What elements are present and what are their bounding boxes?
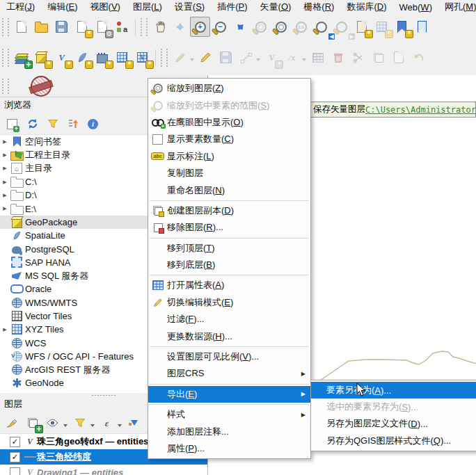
menu-item-show-labels[interactable]: abc显示标注(L)	[148, 148, 310, 165]
current-edits-dropdown-icon[interactable]	[190, 58, 194, 63]
filter-expression-dropdown-icon[interactable]	[118, 424, 122, 429]
delete-selected-icon[interactable]	[328, 47, 348, 67]
save-layer-edits-icon[interactable]	[216, 47, 236, 67]
pan-map-icon[interactable]	[150, 17, 170, 37]
data-source-manager-icon[interactable]: +	[11, 47, 31, 67]
new-print-layout-icon[interactable]: *	[72, 17, 92, 37]
add-selected-layers-icon[interactable]	[3, 115, 22, 133]
save-project-icon[interactable]	[51, 17, 72, 37]
new-spatial-bookmark-icon[interactable]: *	[392, 17, 412, 37]
expand-arrow-icon[interactable]: ▶	[0, 193, 10, 198]
digitize-icon[interactable]	[236, 47, 256, 67]
submenu-item-save-as-layer-definition[interactable]: 另存为图层定义文件(D)...	[311, 415, 476, 432]
menu-vector[interactable]: 矢量(O)	[254, 0, 298, 14]
menu-edit[interactable]: 编辑(E)	[41, 0, 84, 14]
menu-item-rename-layer[interactable]: 重命名图层(N)	[148, 182, 310, 198]
zoom-in-icon[interactable]: +	[190, 17, 210, 37]
menu-item-move-to-top[interactable]: 移到顶层(T)	[148, 240, 310, 257]
vertex-tool-all-layers-icon[interactable]: V*	[262, 47, 282, 67]
menu-web[interactable]: Web(W)	[393, 1, 438, 14]
cut-features-icon[interactable]	[348, 47, 368, 67]
toggle-editing-icon[interactable]	[196, 47, 216, 67]
submenu-item-save-selected-features-as[interactable]: 选中的要素另存为(S)...	[311, 398, 476, 415]
submenu-item-save-features-as[interactable]: 要素另存为(A)...	[311, 382, 476, 398]
menu-item-layer-crs[interactable]: 图层CRS▶	[148, 365, 310, 382]
menu-item-move-to-bottom[interactable]: 移到底层(B)	[148, 257, 310, 273]
expand-all-icon[interactable]	[125, 414, 143, 432]
zoom-next-icon[interactable]: ▶	[331, 17, 351, 37]
show-spatial-bookmarks-icon[interactable]	[412, 17, 432, 37]
manage-themes-eye-icon[interactable]	[43, 414, 62, 432]
new-3d-map-view-icon[interactable]: *	[372, 17, 392, 37]
expand-arrow-icon[interactable]: ▶	[0, 152, 10, 158]
toolbar-drag-handle[interactable]	[2, 49, 9, 67]
menu-database[interactable]: 数据库(D)	[340, 0, 392, 14]
paste-features-icon[interactable]	[388, 47, 408, 67]
expand-arrow-icon[interactable]: ▶	[0, 139, 10, 145]
menu-item-toggle-editing[interactable]: 切换编辑模式(E)	[148, 294, 310, 311]
new-geopackage-layer-icon[interactable]: *	[31, 47, 51, 67]
zoom-out-icon[interactable]: −	[210, 17, 230, 37]
menu-view[interactable]: 视图(V)	[84, 0, 127, 14]
menu-item-zoom-to-selection[interactable]: 缩放到选中要素的范围(S)	[148, 97, 310, 113]
undo-icon[interactable]	[408, 47, 429, 67]
menu-item-properties[interactable]: 属性(P)...	[148, 440, 310, 457]
menu-item-export[interactable]: 导出(E)▶	[148, 386, 310, 403]
menu-item-filter[interactable]: 过滤(F)...	[148, 311, 310, 328]
toolbar-drag-handle[interactable]	[2, 18, 9, 36]
menu-item-add-layer-notes[interactable]: 添加图层注释...	[148, 423, 310, 440]
menu-item-copy-layer[interactable]: 复制图层	[148, 165, 310, 182]
toolbar-drag-handle[interactable]	[2, 79, 9, 94]
vertex-tool-dropdown-icon[interactable]	[302, 58, 306, 63]
expand-arrow-icon[interactable]: ▶	[0, 179, 10, 185]
menu-mesh[interactable]: 网孔(M)	[438, 0, 476, 14]
zoom-native-resolution-icon[interactable]: 1:1	[291, 17, 311, 37]
pan-to-selection-icon[interactable]	[170, 17, 190, 37]
menu-raster[interactable]: 栅格(R)	[297, 0, 340, 14]
menu-settings[interactable]: 设置(S)	[168, 0, 211, 14]
filter-expression-icon[interactable]: ε	[97, 414, 116, 432]
vertex-tool-icon[interactable]: /x	[282, 47, 302, 67]
certification-stamp-icon[interactable]	[31, 76, 51, 97]
new-map-view-icon[interactable]: *	[351, 17, 372, 37]
modify-attributes-icon[interactable]	[308, 47, 328, 67]
layer-checkbox-checked[interactable]: ✓	[10, 437, 20, 447]
menu-item-change-data-source[interactable]: 更换数据源(H)...	[148, 328, 310, 344]
style-manager-icon[interactable]: a	[112, 17, 132, 37]
zoom-last-icon[interactable]: ◀	[311, 17, 331, 37]
digitize-dropdown-icon[interactable]	[256, 58, 260, 63]
new-virtual-layer-icon[interactable]: V*	[132, 47, 152, 67]
add-group-icon[interactable]: +	[23, 414, 42, 432]
copy-features-icon[interactable]	[368, 47, 388, 67]
current-edits-icon[interactable]	[170, 47, 190, 67]
menu-item-styles[interactable]: 样式▶	[148, 406, 310, 423]
zoom-full-extent-icon[interactable]	[230, 17, 251, 37]
filter-legend-icon[interactable]	[70, 414, 89, 432]
menu-plugins[interactable]: 插件(P)	[211, 0, 253, 14]
zoom-to-layer-icon[interactable]	[271, 17, 291, 37]
menu-item-set-scale-visibility[interactable]: 设置图层可见比例(V)...	[148, 348, 310, 365]
new-mesh-layer-icon[interactable]: *	[112, 47, 132, 67]
toolbar-drag-handle[interactable]	[141, 18, 148, 36]
new-spatialite-layer-icon[interactable]: *	[72, 47, 92, 67]
open-project-icon[interactable]	[31, 17, 51, 37]
submenu-item-save-as-qgis-style[interactable]: 另存为QGIS图层样式文件(Q)...	[311, 433, 476, 449]
menu-item-show-in-overview[interactable]: +在鹰眼图中显示(O)	[148, 114, 310, 131]
menu-layer[interactable]: 图层(L)	[127, 0, 168, 14]
menu-item-remove-layer[interactable]: 移除图层(R)...	[148, 219, 310, 236]
filter-legend-dropdown-icon[interactable]	[90, 424, 95, 429]
refresh-icon[interactable]	[23, 115, 42, 133]
properties-info-icon[interactable]: i	[84, 115, 102, 133]
toolbar-drag-handle[interactable]	[161, 49, 168, 67]
menu-item-open-attribute-table[interactable]: 打开属性表(A)	[148, 277, 310, 293]
layer-checkbox-unchecked[interactable]	[10, 467, 20, 475]
zoom-to-selection-icon[interactable]	[251, 17, 271, 37]
style-brush-icon[interactable]	[3, 414, 22, 432]
menu-item-zoom-to-layer[interactable]: 缩放到图层(Z)	[148, 80, 310, 97]
layout-manager-icon[interactable]: ⚙	[92, 17, 112, 37]
menu-item-show-feature-count[interactable]: 显示要素数量(C)	[148, 131, 310, 147]
new-project-icon[interactable]	[11, 17, 31, 37]
filter-browser-icon[interactable]	[43, 115, 62, 133]
expand-arrow-icon[interactable]: ▶	[0, 327, 10, 332]
menu-project[interactable]: 工程(J)	[0, 0, 41, 14]
